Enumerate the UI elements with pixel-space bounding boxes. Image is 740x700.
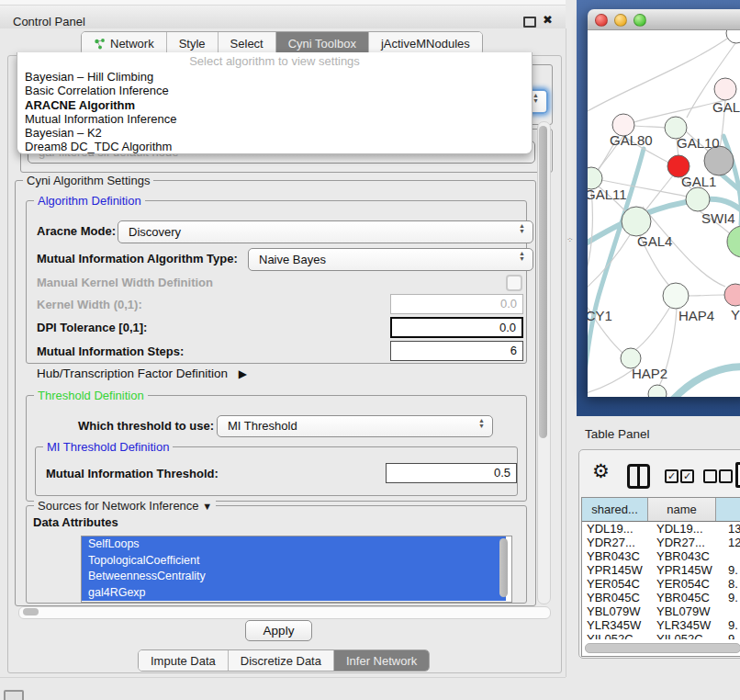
kernel-width-field[interactable]: 0.0 — [390, 294, 523, 314]
which-threshold-label: Which threshold to use: — [78, 419, 214, 433]
tab-impute-data[interactable]: Impute Data — [139, 650, 229, 671]
attribute-list-item[interactable]: BetweennessCentrality — [82, 569, 506, 585]
column-header[interactable]: shared... — [582, 498, 648, 521]
combo-arrows-icon: ▲▼ — [478, 418, 485, 429]
table-cell: YBL079W — [582, 604, 652, 618]
network-window-titlebar — [588, 9, 740, 30]
settings-vertical-scrollbar[interactable] — [537, 121, 551, 604]
table-row[interactable]: YBR043CYBR043C — [582, 549, 740, 563]
table-row[interactable]: YBL079WYBL079W — [582, 604, 740, 618]
gear-icon[interactable]: ⚙ — [592, 461, 610, 481]
tab-label: Network — [110, 37, 154, 51]
table-row[interactable]: YIL052CYIL052C9. — [582, 632, 740, 639]
table-cell: 13 — [723, 522, 740, 536]
popup-item[interactable]: Basic Correlation Inference — [17, 84, 532, 97]
close-panel-icon[interactable]: ✖ — [543, 13, 553, 27]
manual-kernel-checkbox[interactable] — [506, 275, 522, 291]
close-traffic-light[interactable] — [595, 14, 608, 27]
network-canvas[interactable]: GALGAL80GAL10GAL1SWI4GAL11GAL4GCY1HAP4YH… — [588, 30, 740, 397]
tab-select[interactable]: Select — [219, 32, 276, 54]
column-header[interactable]: name — [648, 498, 716, 521]
network-node[interactable] — [622, 207, 651, 236]
network-node[interactable] — [726, 30, 740, 43]
which-threshold-combo[interactable]: MI Threshold ▲▼ — [217, 415, 493, 437]
network-node[interactable] — [663, 283, 689, 309]
attributes-scrollbar-thumb[interactable] — [499, 538, 508, 597]
network-node-label: GAL — [712, 99, 740, 115]
panel-divider-grip[interactable]: ⁘ — [566, 238, 571, 247]
float-panel-icon[interactable] — [523, 17, 536, 28]
table-row[interactable]: YLR345WYLR345W9. — [582, 618, 740, 632]
tab-style[interactable]: Style — [167, 32, 219, 54]
table-row[interactable]: YPR145WYPR145W9. — [582, 563, 740, 577]
table-horizontal-scrollbar[interactable] — [584, 642, 740, 652]
attribute-list-item[interactable]: SelfLoops — [82, 536, 506, 553]
aracne-mode-value: Discovery — [129, 225, 181, 239]
table-row[interactable]: YBR045CYBR045C9. — [582, 591, 740, 604]
unchecked-checkbox-icon[interactable] — [703, 469, 717, 483]
data-attributes-label: Data Attributes — [33, 515, 118, 529]
tab-cyni-toolbox[interactable]: Cyni Toolbox — [276, 32, 369, 54]
table-cell: YBL079W — [652, 604, 723, 618]
table-row[interactable]: YDL19...YDL19...13 — [582, 522, 740, 536]
table-cell: YBR045C — [582, 591, 652, 604]
minimized-panel-icon[interactable] — [4, 690, 24, 700]
network-node-label: GAL80 — [610, 132, 653, 148]
checked-checkbox-icon[interactable]: ✓ — [665, 469, 678, 483]
popup-item[interactable]: Mutual Information Inference — [17, 112, 532, 126]
tab-discretize-data[interactable]: Discretize Data — [229, 650, 334, 671]
table-row[interactable]: YER054CYER054C8. — [582, 577, 740, 591]
mi-threshold-field[interactable]: 0.5 — [386, 463, 517, 483]
attribute-list-item[interactable]: TopologicalCoefficient — [82, 553, 506, 570]
zoom-traffic-light[interactable] — [633, 14, 646, 27]
cyni-bottom-tabbar: Impute DataDiscretize DataInfer Network — [138, 649, 430, 672]
aracne-mode-combo[interactable]: Discovery ▲▼ — [118, 220, 533, 243]
table-cell — [723, 604, 740, 618]
column-split-icon[interactable] — [627, 464, 650, 489]
network-node[interactable] — [686, 187, 710, 211]
combo-arrows-icon: ▲▼ — [533, 93, 539, 104]
tab-label: Infer Network — [346, 654, 417, 668]
popup-item[interactable]: Bayesian – K2 — [17, 126, 532, 140]
table-cell: YDL19... — [582, 522, 652, 536]
popup-item[interactable]: ARACNE Algorithm — [17, 98, 532, 112]
combo-arrows-icon: ▲▼ — [519, 251, 525, 262]
attribute-list-item[interactable]: gal4RGexp — [82, 585, 506, 602]
network-node-label: GAL11 — [588, 186, 627, 202]
network-node[interactable] — [724, 284, 740, 306]
application-window: Control Panel ✖ NetworkStyleSelectCyni T… — [0, 0, 740, 700]
data-attributes-list[interactable]: SelfLoopsTopologicalCoefficientBetweenne… — [81, 536, 512, 603]
network-node[interactable] — [714, 78, 736, 100]
scrollbar-thumb[interactable] — [23, 608, 39, 615]
mi-type-combo[interactable]: Naive Bayes ▲▼ — [248, 248, 533, 271]
dpi-tolerance-field[interactable]: 0.0 — [390, 317, 523, 338]
table-cell: YBR043C — [582, 549, 652, 563]
tab-network[interactable]: Network — [82, 32, 167, 54]
hub-definition-expander[interactable]: Hub/Transcription Factor Definition ▶ — [37, 367, 247, 380]
sources-title-text: Sources for Network Inference — [38, 499, 199, 513]
table-cell: YDR27... — [582, 536, 652, 549]
tab-jactivemnodules[interactable]: jActiveMNodules — [369, 32, 482, 54]
table-cell: YPR145W — [582, 563, 652, 577]
table-cell: 12 — [723, 536, 740, 549]
scrollbar-thumb[interactable] — [539, 126, 547, 438]
mi-type-value: Naive Bayes — [259, 253, 326, 266]
document-icon[interactable] — [735, 462, 740, 488]
popup-item[interactable]: Bayesian – Hill Climbing — [17, 70, 532, 84]
settings-horizontal-scrollbar[interactable] — [18, 606, 551, 619]
popup-item[interactable]: Dream8 DC_TDC Algorithm — [17, 140, 532, 153]
network-node[interactable] — [648, 385, 667, 397]
popup-item-list: Bayesian – Hill ClimbingBasic Correlatio… — [17, 70, 532, 154]
column-header[interactable] — [716, 498, 740, 521]
table-cell: YDL19... — [652, 522, 723, 536]
tab-infer-network[interactable]: Infer Network — [334, 650, 429, 671]
minimize-traffic-light[interactable] — [614, 14, 627, 27]
unchecked-checkbox-icon[interactable] — [719, 469, 733, 483]
checked-checkbox-icon[interactable]: ✓ — [680, 469, 694, 483]
scrollbar-thumb[interactable] — [585, 643, 740, 653]
network-node[interactable] — [727, 226, 740, 257]
table-row[interactable]: YDR27...YDR27...12 — [582, 536, 740, 549]
table-cell: 8. — [723, 577, 740, 591]
apply-button[interactable]: Apply — [245, 620, 312, 641]
mi-steps-field[interactable]: 6 — [390, 341, 523, 361]
